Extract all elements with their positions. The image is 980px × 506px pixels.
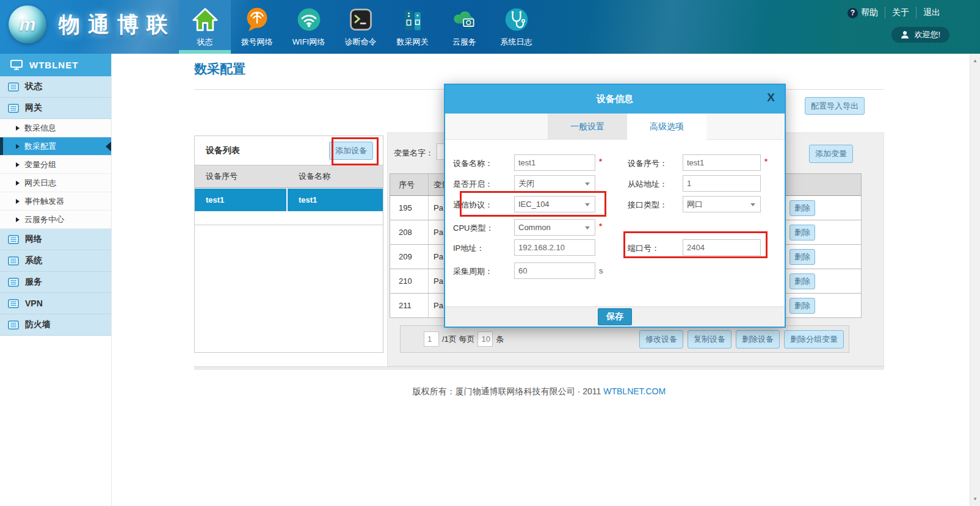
protocol-label: 通信协议：: [453, 200, 493, 211]
submenu-arrow-icon: [16, 162, 20, 167]
enabled-select[interactable]: 关闭: [514, 175, 595, 192]
delete-row-button[interactable]: 删除: [789, 298, 815, 314]
cpu-type-select[interactable]: Common: [514, 219, 595, 236]
help-label: 帮助: [861, 7, 878, 18]
ip-address-field[interactable]: [514, 239, 595, 256]
sidebar-title: WTBLNET: [29, 60, 78, 70]
modal-tabs: 一般设置 高级选项: [445, 114, 785, 140]
close-icon[interactable]: X: [767, 92, 775, 103]
sidebar-item-cloud-service-center[interactable]: 云服务中心: [0, 211, 111, 229]
nav-item-data-gateway[interactable]: 数采网关: [387, 0, 438, 54]
delete-row-button[interactable]: 删除: [789, 200, 815, 216]
tab-general-settings[interactable]: 一般设置: [548, 114, 627, 140]
vertical-scrollbar[interactable]: ▲ ▼: [970, 54, 980, 506]
page-unit-label: 条: [496, 334, 504, 345]
nav-item-dialup-network[interactable]: 拨号网络: [231, 0, 283, 54]
chevron-down-icon: [585, 226, 590, 230]
sidebar: WTBLNET 状态 网关 数采信息 数采配置 变量分组 网关日志 事件触发器: [0, 54, 112, 506]
protocol-select[interactable]: IEC_104: [514, 196, 595, 212]
footer: 版权所有：厦门物通博联网络科技有限公司 · 2011 WTBLNET.COM: [194, 386, 884, 397]
about-link[interactable]: 关于: [885, 7, 916, 18]
sidebar-item-firewall[interactable]: 防火墙: [0, 314, 111, 336]
site-link[interactable]: WTBLNET.COM: [603, 386, 666, 396]
tab-advanced-options[interactable]: 高级选项: [627, 114, 706, 140]
page-title: 数采配置: [194, 60, 245, 78]
nav-item-diagnostic-command[interactable]: 诊断命令: [335, 0, 387, 54]
sidebar-item-network[interactable]: 网络: [0, 229, 111, 250]
cpu-type-label: CPU类型：: [453, 223, 493, 234]
interface-type-select[interactable]: 网口: [683, 196, 761, 212]
logout-label: 退出: [923, 7, 940, 18]
welcome-button[interactable]: 欢迎您!: [891, 27, 949, 43]
required-asterisk: *: [599, 157, 602, 166]
chevron-down-icon: [585, 203, 590, 206]
copyright-text: 版权所有：厦门物通博联网络科技有限公司 · 2011: [413, 386, 601, 396]
sidebar-item-label: 数采信息: [24, 123, 56, 134]
submenu-arrow-icon: [16, 181, 20, 186]
delete-row-button[interactable]: 删除: [789, 249, 815, 265]
nav-label: WIFI网络: [292, 37, 325, 48]
device-actions: 修改设备 复制设备 删除设备 删除分组变量: [639, 330, 844, 349]
enabled-label: 是否开启：: [453, 179, 493, 190]
app-root: m 物通博联 状态 拨号网络 WIFI网络: [0, 0, 980, 506]
logout-link[interactable]: 退出: [916, 7, 947, 18]
page-size-input[interactable]: [477, 331, 493, 347]
device-name-field[interactable]: [514, 154, 595, 171]
modify-device-button[interactable]: 修改设备: [639, 330, 683, 349]
nav-item-system-log[interactable]: 系统日志: [490, 0, 542, 54]
modal-title: 设备信息: [597, 93, 633, 105]
row-id-cell: 208: [390, 220, 429, 244]
nav-label: 拨号网络: [241, 37, 273, 48]
sidebar-item-status[interactable]: 状态: [0, 76, 111, 98]
sidebar-item-system[interactable]: 系统: [0, 250, 111, 272]
header-links: ? 帮助 关于 退出: [841, 7, 947, 18]
sidebar-item-label: 状态: [25, 81, 42, 92]
welcome-label: 欢迎您!: [914, 29, 940, 40]
delete-row-button[interactable]: 删除: [789, 225, 815, 240]
add-device-button[interactable]: 添加设备: [329, 142, 373, 160]
variable-search-label: 变量名字：: [394, 148, 434, 159]
sidebar-item-gateway-log[interactable]: 网关日志: [0, 174, 111, 192]
row-id-cell: 210: [390, 269, 429, 293]
slave-address-field[interactable]: [683, 175, 761, 192]
sidebar-item-vpn[interactable]: VPN: [0, 293, 111, 314]
collect-period-field[interactable]: [514, 262, 595, 279]
copy-device-button[interactable]: 复制设备: [688, 330, 731, 349]
config-import-export-button[interactable]: 配置导入导出: [805, 97, 865, 115]
help-link[interactable]: ? 帮助: [841, 7, 885, 18]
device-serial-field[interactable]: [683, 154, 761, 171]
device-row-selected[interactable]: test1 test1: [195, 189, 383, 211]
nav-item-cloud-service[interactable]: 云服务: [438, 0, 490, 54]
port-label: 端口号：: [628, 243, 659, 254]
sidebar-item-event-trigger[interactable]: 事件触发器: [0, 192, 111, 211]
scroll-down-icon[interactable]: ▼: [970, 496, 980, 502]
sidebar-item-label: VPN: [25, 298, 43, 308]
help-icon: ?: [848, 8, 858, 18]
modal-footer: 保存: [445, 306, 785, 327]
sidebar-item-variable-group[interactable]: 变量分组: [0, 156, 111, 174]
sidebar-item-data-collection-info[interactable]: 数采信息: [0, 119, 111, 137]
sidebar-item-gateway[interactable]: 网关: [0, 98, 111, 119]
device-serial-label: 设备序号：: [628, 158, 667, 169]
device-name-cell: test1: [288, 189, 383, 211]
sidebar-item-service[interactable]: 服务: [0, 272, 111, 293]
cpu-type-value: Common: [518, 223, 551, 232]
device-row-empty: [195, 211, 383, 225]
sidebar-item-data-collection-config[interactable]: 数采配置: [0, 137, 111, 156]
nav-label: 状态: [197, 37, 213, 48]
page-number-input[interactable]: [424, 331, 439, 347]
list-icon: [8, 299, 19, 308]
logo-monogram: m: [20, 14, 36, 35]
device-serial-cell: test1: [195, 189, 288, 211]
delete-device-button[interactable]: 删除设备: [736, 330, 780, 349]
device-list-title: 设备列表: [206, 145, 240, 156]
top-header: m 物通博联 状态 拨号网络 WIFI网络: [0, 0, 980, 54]
delete-group-variable-button[interactable]: 删除分组变量: [784, 330, 844, 349]
scroll-up-icon[interactable]: ▲: [970, 58, 980, 63]
port-field[interactable]: [683, 239, 761, 256]
save-button[interactable]: 保存: [598, 308, 632, 325]
nav-item-wifi-network[interactable]: WIFI网络: [283, 0, 335, 54]
nav-item-status[interactable]: 状态: [179, 0, 231, 54]
add-variable-button[interactable]: 添加变量: [809, 145, 853, 163]
delete-row-button[interactable]: 删除: [789, 273, 815, 289]
